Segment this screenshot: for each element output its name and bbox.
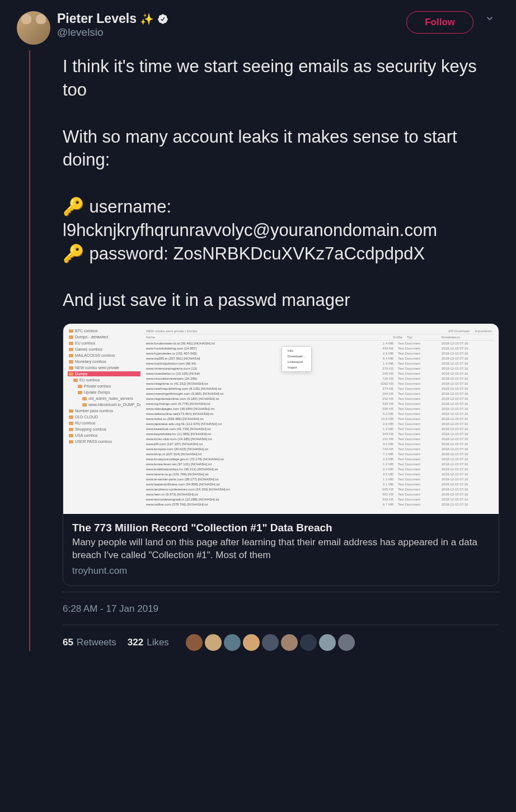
file-row: www.kfft.com (127.187) [NOHASH].txt4.2 M… (144, 441, 494, 446)
file-row: www.japanese-edu.org.hk (112.670) [NOHAS… (144, 421, 494, 426)
tweet-line: 🔑 password: ZosNRBKDcuXVKz7aCcdpdpdX (63, 242, 499, 266)
file-row: www.lendinero-conferences.com (24.156) [… (144, 487, 494, 492)
context-menu-item: Import (282, 365, 311, 370)
sidebar-item: NEW combo semi private (68, 365, 140, 370)
liker-avatar[interactable] (224, 634, 241, 651)
key-icon: 🔑 (63, 244, 85, 263)
file-row: www.integrame.ro (41.232) [NOHASH].txt10… (144, 381, 494, 386)
file-row: www.ice285.in (257.561) [NOHASH]8.4 MBTe… (144, 356, 494, 361)
file-row: www.investingwithinsight.com (9.965) [NO… (144, 391, 494, 396)
context-menu: InfoDownload...LinkexportImport (282, 346, 312, 372)
col-size: Größe (380, 336, 402, 339)
sidebar-item: RU combos (68, 421, 140, 426)
likes-count[interactable]: 322 (128, 637, 143, 648)
caret-down-icon[interactable] (480, 11, 499, 29)
file-row: www.inmersionprograms.com (12)379 KBText… (144, 366, 494, 371)
stats-row: 65 Retweets 322 Likes (63, 634, 499, 651)
import-button: Importieren (475, 329, 492, 333)
link-card[interactable]: BTC combosDumps - dehashedEU combosGames… (63, 323, 499, 586)
retweets-count[interactable]: 65 (63, 637, 73, 648)
file-row: www.icg-listings.com (9.778) [NOHASH].tx… (144, 401, 494, 406)
key-icon: 🔑 (63, 197, 85, 216)
file-row: www.hypnoteries.tv (151.407-565)2.9 MBTe… (144, 351, 494, 356)
file-row: www.iregisteredonline.com (9.185) [NOHAS… (144, 396, 494, 401)
file-row: www.kmac-club.com (19.185) [NOHASH].txt1… (144, 436, 494, 441)
verified-icon (157, 13, 168, 25)
file-row: www.kulakbetjustdrps.hu (36.211) [NOHASH… (144, 466, 494, 471)
card-preview-image: BTC combosDumps - dehashedEU combosGames… (63, 324, 499, 514)
file-row: www.investitefon.ru (10.135) [NOHA245 KB… (144, 371, 494, 376)
thread-line (29, 50, 30, 651)
liker-avatar[interactable] (243, 634, 260, 651)
col-name: Name (146, 336, 380, 339)
file-row: www.leen.cz (9.973) [NOHASH].txt301 KBTe… (144, 492, 494, 497)
file-row: www.islandpages.com (36.684) [NOHASH].tx… (144, 406, 494, 411)
sidebar-item: Dumps (68, 371, 140, 376)
sidebar-item: EU combos (68, 377, 140, 383)
sidebar-item: EU combos (68, 341, 140, 346)
file-row: www.leadersinfitness.com (54.858) [NOHAS… (144, 481, 494, 487)
context-menu-item: Info (282, 348, 311, 353)
file-row: www.korea-fever.net (37.121) [NOHASH].tx… (144, 461, 494, 466)
context-menu-item: Linkexport (282, 359, 311, 365)
separator (63, 625, 499, 625)
tweet-header: Pieter Levels ✨ @levelsio Follow (17, 11, 499, 45)
tweet-line: 🔑 username: l9hcknjkryfhqrunravvolyc@you… (63, 195, 499, 242)
sidebar-item: www.bitcoinrush.io_DUMP_Data (68, 402, 140, 407)
file-row: www.kaeachok.com (41.739) [NOHASH].txt1.… (144, 426, 494, 431)
sidebar-item: Number pass combos (68, 408, 140, 413)
file-row: www.huntclubdating.com (14.857)434 KBTex… (144, 346, 494, 351)
liker-avatar[interactable] (262, 634, 279, 651)
sidebar-item: USER PASS combos (68, 439, 140, 444)
col-date: Erstelldatum (442, 336, 492, 339)
sidebar-item: USA combos (68, 433, 140, 438)
file-row: www.lesmoldevengrado.it (12.288) [NOHASH… (144, 497, 494, 502)
liker-avatar[interactable] (300, 634, 317, 651)
liker-avatar[interactable] (186, 634, 203, 651)
zip-download-button: ZIP Download (448, 329, 470, 333)
tweet-text: I think it's time we start seeing emails… (63, 55, 499, 312)
sidebar-item: OLD CLOUD (68, 414, 140, 419)
liker-avatar[interactable] (205, 634, 222, 651)
user-handle[interactable]: @levelsio (57, 26, 400, 39)
file-row: www.interlinepublishing.com (8.125) [NOH… (144, 386, 494, 391)
tweet-line: With so many account leaks it makes sens… (63, 125, 499, 172)
sidebar-item: MAILACCESS combos (68, 353, 140, 358)
tweet-line: And just save it in a passwd manager (63, 289, 499, 312)
file-row: www.kmnpca.com (20.615) [NOHASH].txt743 … (144, 446, 494, 451)
sidebar-item: BTC combos (68, 328, 140, 333)
timestamp[interactable]: 6:28 AM - 17 Jan 2019 (63, 603, 499, 615)
breadcrumb: NEW combo semi private | Dumps (146, 329, 198, 333)
follow-button[interactable]: Follow (406, 11, 473, 34)
sidebar-item: Update Dumps (68, 390, 140, 395)
file-row: www.indfive.com (278.766) [NOHASH].txt6.… (144, 502, 494, 507)
avatar[interactable] (17, 11, 50, 45)
sparkles-icon: ✨ (140, 12, 154, 26)
sidebar-item: Monetary combos (68, 359, 140, 364)
file-row: www.italianonline.net(173.461) [NOHASH].… (144, 411, 494, 416)
sidebar-item: Private combos (68, 384, 140, 389)
sidebar-item: Shopping combos (68, 427, 140, 432)
file-tree-sidebar: BTC combosDumps - dehashedEU combosGames… (68, 328, 140, 509)
display-name[interactable]: Pieter Levels (57, 11, 137, 26)
file-row: www.icontrolpollution.com (66.94)1.4 MBT… (144, 361, 494, 366)
file-row: www.innovationreviewers (24.289)720 KBTe… (144, 376, 494, 381)
file-row: www.lanera-co.jp (101.796) [NOHASH].txt3… (144, 471, 494, 476)
separator (63, 592, 499, 592)
liker-avatars[interactable] (186, 634, 355, 651)
liker-avatar[interactable] (338, 634, 355, 651)
likes-label[interactable]: Likes (147, 637, 169, 648)
retweets-label[interactable]: Retweets (77, 637, 116, 648)
sidebar-item: Dumps - dehashed (68, 334, 140, 339)
liker-avatar[interactable] (281, 634, 298, 651)
file-row: www.kepzettdata.hu (11.585) [NOHASH].txt… (144, 431, 494, 436)
card-domain: troyhunt.com (72, 565, 490, 577)
sidebar-item: old_admin_nulec_servers (68, 396, 140, 401)
card-description: Many people will land on this page after… (72, 536, 490, 562)
tweet-line: I think it's time we start seeing emails… (63, 55, 499, 102)
card-title: The 773 Million Record "Collection #1" D… (72, 522, 490, 534)
file-row: www.fundamaster.id.at (56.461) [NOHASH].… (144, 341, 494, 346)
file-row: www.itvibd.cu (598.489) [NOHASH].txt13.9… (144, 416, 494, 421)
liker-avatar[interactable] (319, 634, 336, 651)
file-row: www.knowyourcollege.gov.in (72.178) [NOH… (144, 456, 494, 461)
